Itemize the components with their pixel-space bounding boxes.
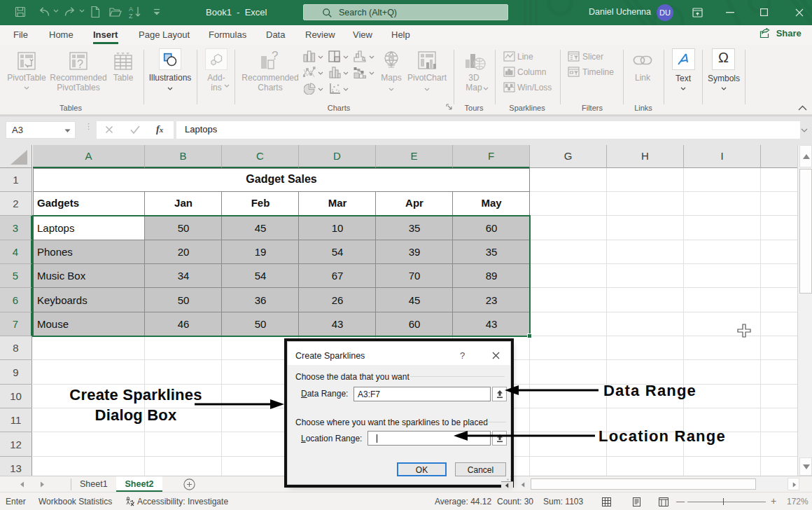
svg-text:?: ? xyxy=(77,58,83,70)
svg-text:A: A xyxy=(129,6,133,13)
svg-text:?: ? xyxy=(272,50,278,62)
svg-text:Z: Z xyxy=(129,13,133,19)
